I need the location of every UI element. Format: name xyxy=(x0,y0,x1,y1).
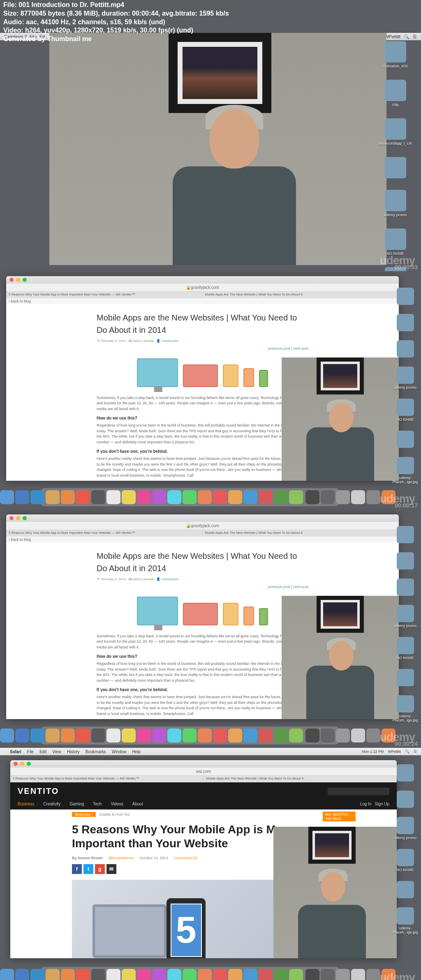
dock-app-icon[interactable] xyxy=(183,490,197,504)
dock-app-icon[interactable] xyxy=(30,969,44,980)
dock-app-icon[interactable] xyxy=(30,729,44,742)
dock-app-icon[interactable] xyxy=(351,490,365,504)
dock-app-icon[interactable] xyxy=(167,729,181,742)
dock-app-icon[interactable] xyxy=(76,969,90,980)
site-search[interactable] xyxy=(328,788,389,795)
maximize-button[interactable] xyxy=(27,762,31,766)
back-to-blog-3[interactable]: ‹ back to blog xyxy=(6,537,399,542)
nav-signup[interactable]: Sign Up xyxy=(375,802,389,806)
dock-app-icon[interactable] xyxy=(152,490,166,504)
dock-app-icon[interactable] xyxy=(106,969,120,980)
search-icon[interactable]: 🔍 xyxy=(404,34,409,39)
next-post[interactable]: next post xyxy=(293,585,308,589)
dock-app-icon[interactable] xyxy=(152,729,166,742)
dock-app-icon[interactable] xyxy=(321,490,335,504)
dock-app-icon[interactable] xyxy=(243,969,257,980)
tab-2[interactable]: Mobile Apps Are The New Website | What Y… xyxy=(203,292,399,298)
dock-app-icon[interactable] xyxy=(305,490,319,504)
dock-app-icon[interactable] xyxy=(46,729,60,742)
dock-app-icon[interactable] xyxy=(351,969,365,980)
dock-app-icon[interactable] xyxy=(122,729,136,742)
dock-app-icon[interactable] xyxy=(122,490,136,504)
dock-app-icon[interactable] xyxy=(91,490,105,504)
desktop-file-icon[interactable]: NO NAME xyxy=(392,637,419,660)
tab-2[interactable]: Mobile Apps Are The New Website | What Y… xyxy=(204,776,397,782)
dock-app-icon[interactable] xyxy=(336,969,350,980)
dock-app-icon[interactable] xyxy=(61,969,75,980)
dock-app-icon[interactable] xyxy=(228,729,242,742)
dock-app-icon[interactable] xyxy=(366,969,380,980)
dock-app-icon[interactable] xyxy=(274,490,288,504)
dock-app-icon[interactable] xyxy=(183,969,197,980)
dock-app-icon[interactable] xyxy=(351,729,365,742)
menu-file[interactable]: File xyxy=(27,749,34,754)
crumb-guides[interactable]: Guides & How-Tos xyxy=(99,812,130,816)
desktop-file-icon[interactable]: NO NAME xyxy=(376,228,415,256)
dock-app-icon[interactable] xyxy=(321,969,335,980)
dock-app-icon[interactable] xyxy=(30,490,44,504)
menu-bookmarks[interactable]: Bookmarks xyxy=(86,749,106,754)
close-button[interactable] xyxy=(9,278,14,282)
dock-app-icon[interactable] xyxy=(106,490,120,504)
next-post[interactable]: next post xyxy=(293,346,308,350)
nav-business[interactable]: Business xyxy=(18,802,35,806)
nav-videos[interactable]: Videos xyxy=(111,802,123,806)
desktop-file-icon[interactable]: udemy promo xyxy=(392,817,419,840)
close-button[interactable] xyxy=(9,516,14,520)
dock-app-icon[interactable] xyxy=(137,490,151,504)
desktop-file-icon[interactable] xyxy=(392,340,419,357)
ventito-logo[interactable]: VENTITO xyxy=(18,786,59,796)
author-link[interactable]: @browndamon xyxy=(109,856,134,860)
dock-app-icon[interactable] xyxy=(243,729,257,742)
facebook-icon[interactable]: f xyxy=(72,864,82,874)
dock-app-icon[interactable] xyxy=(46,969,60,980)
dock-app-icon[interactable] xyxy=(76,490,90,504)
desktop-file-icon[interactable]: mysecondapp_t_UX xyxy=(376,118,415,145)
desktop-file-icon[interactable] xyxy=(392,526,419,543)
dock-app-icon[interactable] xyxy=(289,729,303,742)
nav-about[interactable]: About xyxy=(132,802,143,806)
menu-view[interactable]: View xyxy=(52,749,61,754)
desktop-file-icon[interactable] xyxy=(392,552,419,570)
menu-help[interactable]: Help xyxy=(132,749,141,754)
desktop-file-icon[interactable] xyxy=(392,669,419,686)
dock-app-icon[interactable] xyxy=(289,969,303,980)
dock-app-icon[interactable] xyxy=(61,490,75,504)
dock-app-icon[interactable] xyxy=(76,729,90,742)
dock-app-icon[interactable] xyxy=(213,969,227,980)
dock-app-icon[interactable] xyxy=(91,729,105,742)
dock-app-icon[interactable] xyxy=(0,729,14,742)
maximize-button[interactable] xyxy=(23,278,27,282)
menu-app[interactable]: Safari xyxy=(10,749,21,754)
comments-link[interactable]: Comments (0) xyxy=(174,856,197,860)
dock-app-icon[interactable] xyxy=(305,969,319,980)
dock-app-icon[interactable] xyxy=(152,969,166,980)
dock-app-icon[interactable] xyxy=(274,969,288,980)
menu-icon[interactable]: ☰ xyxy=(413,34,417,39)
back-to-blog[interactable]: ‹ back to blog xyxy=(6,298,399,304)
desktop-file-icon[interactable]: NO NAME xyxy=(392,399,419,422)
dock-app-icon[interactable] xyxy=(167,490,181,504)
dock-app-icon[interactable] xyxy=(259,729,273,742)
desktop-file-icon[interactable] xyxy=(392,764,419,782)
tab-1[interactable]: 5 Reasons Why Your Mobile App is More Im… xyxy=(10,776,204,782)
nav-gaming[interactable]: Gaming xyxy=(69,802,84,806)
desktop-file-icon[interactable]: Udemy-Placeh...ige.jpg xyxy=(392,695,419,722)
dock-app-icon[interactable] xyxy=(167,969,181,980)
address-bar-4[interactable]: wsi.com xyxy=(10,768,397,776)
desktop-file-icon[interactable]: NO NAME xyxy=(392,849,419,872)
desktop-file-icon[interactable]: udemy promo xyxy=(392,367,419,390)
menu-history[interactable]: History xyxy=(67,749,80,754)
desktop-file-icon[interactable] xyxy=(392,579,419,596)
dock-app-icon[interactable] xyxy=(213,490,227,504)
desktop-file-icon[interactable] xyxy=(392,314,419,331)
google-icon[interactable]: g xyxy=(95,864,105,874)
dock-app-icon[interactable] xyxy=(289,490,303,504)
dock-app-icon[interactable] xyxy=(305,729,319,742)
menu-icon[interactable]: ☰ xyxy=(414,749,417,754)
dock-app-icon[interactable] xyxy=(336,490,350,504)
desktop-file-icon[interactable] xyxy=(392,431,419,448)
mail-icon[interactable]: ✉ xyxy=(106,864,116,874)
address-bar[interactable]: 🔒 gravityjack.com xyxy=(6,284,399,292)
prev-post[interactable]: previous post xyxy=(268,346,291,350)
